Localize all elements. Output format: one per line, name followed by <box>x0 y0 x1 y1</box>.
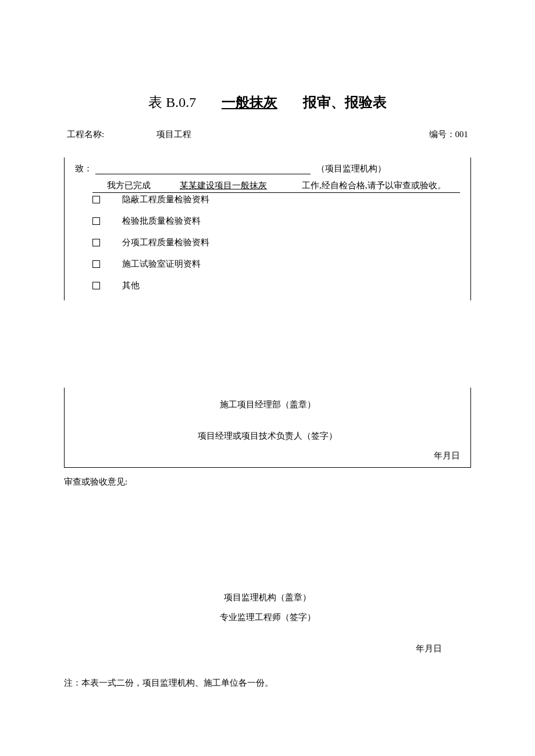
supervisor-dept-seal: 项目监理机构（盖章） <box>64 592 471 603</box>
contractor-date: 年月日 <box>75 450 460 461</box>
addressee-blank[interactable] <box>95 164 311 174</box>
table-number: 表 B.0.7 <box>148 93 196 112</box>
checkbox-label: 隐蔽工程质量检验资料 <box>122 194 209 205</box>
checkbox-row-1: 隐蔽工程质量检验资料 <box>92 194 460 205</box>
title-subject: 一般抹灰 <box>222 93 277 112</box>
checkbox-label: 检验批质量检验资料 <box>122 216 201 227</box>
declare-prefix: 我方已完成 <box>92 180 180 191</box>
addressee-line: 致： （项目监理机构） <box>75 163 460 174</box>
checkbox-icon[interactable] <box>92 217 100 225</box>
supervisor-person-sign: 专业监理工程师（签字） <box>64 612 471 623</box>
title-row: 表 B.0.7 一般抹灰 报审、报验表 <box>64 93 471 112</box>
checkbox-icon[interactable] <box>92 282 100 289</box>
review-opinion-label: 审查或验收意见: <box>64 476 471 488</box>
contractor-dept-seal: 施工项目经理部（盖章） <box>75 399 460 410</box>
supervisor-date: 年月日 <box>64 643 442 654</box>
addressee-suffix: （项目监理机构） <box>316 163 386 174</box>
form-page: 表 B.0.7 一般抹灰 报审、报验表 工程名称: 项目工程 编号：001 致：… <box>64 93 471 689</box>
declaration-line: 我方已完成 某某建设项目一般抹灰 工作,经自检合格,请予以审查或验收。 <box>92 180 460 193</box>
checkbox-row-2: 检验批质量检验资料 <box>92 216 460 227</box>
declare-item: 某某建设项目一般抹灰 <box>180 180 296 191</box>
checkbox-label: 分项工程质量检验资料 <box>122 237 209 248</box>
declare-suffix: 工作,经自检合格,请予以审查或验收。 <box>296 180 446 191</box>
serial-value: 001 <box>455 130 469 139</box>
checkbox-icon[interactable] <box>92 196 100 203</box>
meta-row: 工程名称: 项目工程 编号：001 <box>64 129 471 140</box>
contractor-signature-block: 施工项目经理部（盖章） 项目经理或项目技术负责人（签字） 年月日 <box>64 388 471 468</box>
serial-label: 编号： <box>429 130 455 139</box>
checkbox-label: 其他 <box>122 280 140 291</box>
footer-note: 注：本表一式二份，项目监理机构、施工单位各一份。 <box>64 678 471 689</box>
checkbox-row-4: 施工试验室证明资料 <box>92 259 460 270</box>
title-suffix: 报审、报验表 <box>303 93 387 112</box>
checkbox-row-3: 分项工程质量检验资料 <box>92 237 460 248</box>
project-name-label: 工程名称: <box>67 129 104 140</box>
declaration-box: 致： （项目监理机构） 我方已完成 某某建设项目一般抹灰 工作,经自检合格,请予… <box>64 157 471 300</box>
checkbox-label: 施工试验室证明资料 <box>122 259 201 270</box>
checkbox-icon[interactable] <box>92 260 100 268</box>
checkbox-icon[interactable] <box>92 239 100 246</box>
project-name-value: 项目工程 <box>156 129 191 140</box>
contractor-person-sign: 项目经理或项目技术负责人（签字） <box>75 431 460 442</box>
to-label: 致： <box>75 163 92 174</box>
checkbox-row-5: 其他 <box>92 280 460 291</box>
